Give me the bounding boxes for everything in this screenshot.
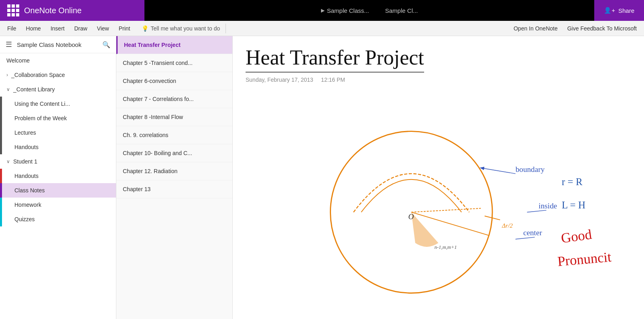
- svg-line-10: [527, 210, 546, 212]
- share-button[interactable]: 👤+ Share: [594, 0, 644, 21]
- class-notes-label: Class Notes: [14, 187, 45, 194]
- homework-label: Homework: [14, 202, 41, 208]
- content-area: Heat Transfer Project Sunday, February 1…: [233, 36, 644, 319]
- expand-arrow-student-icon: ∨: [6, 159, 10, 164]
- collapse-arrow-icon: ›: [6, 72, 8, 78]
- drawing-canvas: O n-1,m,m+1 Δr/2 boundary inside center: [246, 93, 631, 301]
- main-area: ☰ Sample Class Notebook 🔍 Welcome › _Col…: [0, 36, 644, 319]
- breadcrumb-2[interactable]: Sample Cl...: [385, 7, 418, 14]
- open-in-onenote[interactable]: Open In OneNote: [510, 24, 562, 33]
- ribbon: File Home Insert Draw View Print 💡 Tell …: [0, 21, 644, 36]
- breadcrumb-area: ▶ Sample Class... Sample Cl...: [144, 7, 594, 14]
- sidebar: ☰ Sample Class Notebook 🔍 Welcome › _Col…: [0, 36, 116, 319]
- sidebar-item-handouts-student[interactable]: Handouts: [0, 169, 116, 183]
- ribbon-print[interactable]: Print: [115, 24, 134, 33]
- svg-line-2: [411, 208, 481, 212]
- sidebar-item-lectures[interactable]: Lectures: [0, 125, 116, 140]
- svg-text:O: O: [408, 212, 414, 221]
- brand-area: OneNote Online: [0, 0, 144, 21]
- page-chapter12[interactable]: Chapter 12. Radiation: [116, 162, 232, 180]
- ribbon-view[interactable]: View: [93, 24, 113, 33]
- content-library-label: _Content Library: [13, 86, 55, 93]
- search-icon[interactable]: 🔍: [102, 41, 110, 48]
- tell-me-box[interactable]: 💡 Tell me what you want to do: [136, 24, 226, 33]
- color-indicator: [0, 140, 2, 154]
- svg-text:Δr/2: Δr/2: [502, 222, 513, 229]
- color-indicator: [0, 97, 2, 111]
- problem-week-label: Problem of the Week: [14, 115, 67, 121]
- svg-text:center: center: [523, 228, 542, 237]
- give-feedback[interactable]: Give Feedback To Microsoft: [563, 24, 641, 33]
- page-title: Heat Transfer Project: [246, 46, 424, 73]
- sidebar-item-content-library[interactable]: ∨ _Content Library: [0, 82, 116, 97]
- using-content-label: Using the Content Li...: [14, 101, 70, 107]
- color-indicator: [0, 111, 2, 125]
- svg-text:n-1,m,m+1: n-1,m,m+1: [435, 244, 457, 250]
- color-indicator-red: [0, 169, 2, 183]
- share-icon: 👤+: [604, 7, 615, 14]
- sidebar-item-problem-week[interactable]: Problem of the Week: [0, 111, 116, 125]
- color-indicator-cyan2: [0, 212, 2, 226]
- collaboration-label: _Collaboration Space: [11, 72, 65, 78]
- sidebar-item-student1[interactable]: ∨ Student 1: [0, 154, 116, 169]
- page-chapter9[interactable]: Ch. 9. correlations: [116, 126, 232, 144]
- svg-text:inside: inside: [538, 202, 557, 210]
- app-title: OneNote Online: [24, 6, 81, 15]
- color-indicator-purple: [0, 183, 2, 198]
- heat-transfer-diagram: O n-1,m,m+1 Δr/2 boundary inside center: [246, 93, 631, 301]
- ribbon-file[interactable]: File: [3, 24, 20, 33]
- svg-text:Good: Good: [560, 226, 593, 246]
- svg-text:Pronuncit: Pronuncit: [557, 249, 612, 269]
- color-indicator-cyan: [0, 198, 2, 212]
- page-chapter7[interactable]: Chapter 7 - Correlations fo...: [116, 90, 232, 108]
- page-chapter5[interactable]: Chapter 5 -Transient cond...: [116, 54, 232, 72]
- sidebar-nav: Welcome › _Collaboration Space ∨ _Conten…: [0, 53, 116, 319]
- handouts-student-label: Handouts: [14, 173, 39, 179]
- sidebar-item-handouts-content[interactable]: Handouts: [0, 140, 116, 154]
- ribbon-draw[interactable]: Draw: [70, 24, 91, 33]
- ribbon-home[interactable]: Home: [22, 24, 45, 33]
- page-chapter10[interactable]: Chapter 10- Boiling and C...: [116, 144, 232, 162]
- quizzes-label: Quizzes: [14, 216, 35, 222]
- svg-text:r = R: r = R: [562, 176, 583, 187]
- svg-line-8: [481, 168, 515, 174]
- handouts-content-label: Handouts: [14, 144, 39, 150]
- breadcrumb-arrow-icon: ▶: [321, 8, 325, 13]
- sidebar-item-using-content[interactable]: Using the Content Li...: [0, 97, 116, 111]
- page-chapter6[interactable]: Chapter 6-convection: [116, 72, 232, 90]
- page-date: Sunday, February 17, 2013 12:16 PM: [246, 77, 631, 83]
- student1-label: Student 1: [13, 158, 37, 165]
- svg-text:boundary: boundary: [516, 165, 545, 174]
- svg-line-12: [516, 237, 535, 239]
- sidebar-header: ☰ Sample Class Notebook 🔍: [0, 36, 116, 53]
- ribbon-right-actions: Open In OneNote Give Feedback To Microso…: [510, 24, 641, 33]
- waffle-icon[interactable]: [7, 4, 19, 16]
- hamburger-icon[interactable]: ☰: [6, 40, 12, 49]
- page-chapter8[interactable]: Chapter 8 -Internal Flow: [116, 108, 232, 126]
- sidebar-item-collaboration[interactable]: › _Collaboration Space: [0, 68, 116, 82]
- welcome-label: Welcome: [6, 57, 30, 64]
- ribbon-insert[interactable]: Insert: [47, 24, 69, 33]
- breadcrumb-1[interactable]: ▶ Sample Class...: [321, 7, 369, 14]
- svg-text:L = H: L = H: [562, 200, 585, 210]
- sidebar-item-class-notes[interactable]: Class Notes: [0, 183, 116, 198]
- sidebar-item-welcome[interactable]: Welcome: [0, 53, 116, 68]
- pages-panel: Heat Transfer Project Chapter 5 -Transie…: [116, 36, 233, 319]
- color-indicator: [0, 125, 2, 140]
- page-heat-transfer[interactable]: Heat Transfer Project: [116, 36, 232, 54]
- sidebar-item-homework[interactable]: Homework: [0, 198, 116, 212]
- expand-arrow-icon: ∨: [6, 87, 10, 92]
- page-chapter13[interactable]: Chapter 13: [116, 180, 232, 198]
- top-bar: OneNote Online ▶ Sample Class... Sample …: [0, 0, 644, 21]
- lectures-label: Lectures: [14, 129, 36, 136]
- lightbulb-icon: 💡: [142, 25, 148, 32]
- sidebar-item-quizzes[interactable]: Quizzes: [0, 212, 116, 226]
- notebook-title: Sample Class Notebook: [17, 41, 98, 48]
